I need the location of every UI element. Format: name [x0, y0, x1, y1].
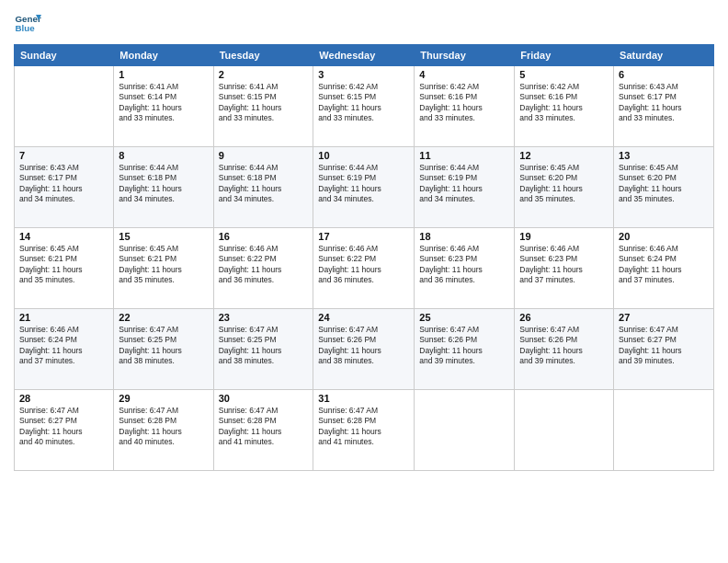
day-cell: 20Sunrise: 6:46 AM Sunset: 6:24 PM Dayli… [614, 228, 714, 309]
day-info: Sunrise: 6:47 AM Sunset: 6:26 PM Dayligh… [419, 325, 509, 367]
day-info: Sunrise: 6:46 AM Sunset: 6:24 PM Dayligh… [19, 325, 108, 367]
day-cell [614, 390, 714, 471]
day-info: Sunrise: 6:43 AM Sunset: 6:17 PM Dayligh… [619, 82, 709, 124]
day-number: 3 [318, 69, 409, 80]
day-cell: 15Sunrise: 6:45 AM Sunset: 6:21 PM Dayli… [114, 228, 213, 309]
day-cell [415, 390, 515, 471]
day-info: Sunrise: 6:44 AM Sunset: 6:18 PM Dayligh… [219, 163, 309, 205]
day-info: Sunrise: 6:47 AM Sunset: 6:26 PM Dayligh… [519, 325, 609, 367]
day-cell [515, 390, 614, 471]
day-cell: 30Sunrise: 6:47 AM Sunset: 6:28 PM Dayli… [213, 390, 313, 471]
week-row-1: 1Sunrise: 6:41 AM Sunset: 6:14 PM Daylig… [15, 66, 714, 147]
header-day-friday: Friday [515, 45, 614, 66]
day-info: Sunrise: 6:42 AM Sunset: 6:16 PM Dayligh… [419, 82, 509, 124]
week-row-5: 28Sunrise: 6:47 AM Sunset: 6:27 PM Dayli… [15, 390, 714, 471]
svg-text:Blue: Blue [16, 23, 36, 33]
day-number: 27 [619, 312, 709, 323]
day-cell: 23Sunrise: 6:47 AM Sunset: 6:25 PM Dayli… [213, 309, 313, 390]
day-cell: 21Sunrise: 6:46 AM Sunset: 6:24 PM Dayli… [15, 309, 114, 390]
header-day-saturday: Saturday [614, 45, 714, 66]
day-cell: 26Sunrise: 6:47 AM Sunset: 6:26 PM Dayli… [515, 309, 614, 390]
logo: General Blue [14, 9, 41, 37]
day-cell: 4Sunrise: 6:42 AM Sunset: 6:16 PM Daylig… [415, 66, 515, 147]
day-number: 7 [19, 150, 108, 161]
day-cell: 16Sunrise: 6:46 AM Sunset: 6:22 PM Dayli… [213, 228, 313, 309]
header-day-sunday: Sunday [15, 45, 114, 66]
day-number: 30 [219, 393, 309, 404]
day-info: Sunrise: 6:46 AM Sunset: 6:22 PM Dayligh… [219, 244, 309, 286]
day-number: 19 [519, 231, 609, 242]
day-number: 9 [219, 150, 309, 161]
day-number: 26 [519, 312, 609, 323]
header-day-wednesday: Wednesday [313, 45, 415, 66]
day-cell: 11Sunrise: 6:44 AM Sunset: 6:19 PM Dayli… [415, 147, 515, 228]
day-info: Sunrise: 6:47 AM Sunset: 6:25 PM Dayligh… [119, 325, 208, 367]
calendar-table: SundayMondayTuesdayWednesdayThursdayFrid… [14, 44, 714, 471]
day-info: Sunrise: 6:46 AM Sunset: 6:23 PM Dayligh… [519, 244, 609, 286]
day-cell: 27Sunrise: 6:47 AM Sunset: 6:27 PM Dayli… [614, 309, 714, 390]
day-cell: 8Sunrise: 6:44 AM Sunset: 6:18 PM Daylig… [114, 147, 213, 228]
day-info: Sunrise: 6:47 AM Sunset: 6:28 PM Dayligh… [318, 406, 409, 448]
day-cell: 19Sunrise: 6:46 AM Sunset: 6:23 PM Dayli… [515, 228, 614, 309]
day-number: 2 [219, 69, 309, 80]
day-cell: 29Sunrise: 6:47 AM Sunset: 6:28 PM Dayli… [114, 390, 213, 471]
day-cell: 7Sunrise: 6:43 AM Sunset: 6:17 PM Daylig… [15, 147, 114, 228]
week-row-4: 21Sunrise: 6:46 AM Sunset: 6:24 PM Dayli… [15, 309, 714, 390]
day-number: 1 [119, 69, 208, 80]
day-info: Sunrise: 6:44 AM Sunset: 6:19 PM Dayligh… [419, 163, 509, 205]
day-info: Sunrise: 6:41 AM Sunset: 6:15 PM Dayligh… [219, 82, 309, 124]
header: General Blue [14, 9, 714, 37]
day-info: Sunrise: 6:47 AM Sunset: 6:26 PM Dayligh… [318, 325, 409, 367]
day-number: 14 [19, 231, 108, 242]
day-cell: 17Sunrise: 6:46 AM Sunset: 6:22 PM Dayli… [313, 228, 415, 309]
header-day-thursday: Thursday [415, 45, 515, 66]
day-number: 20 [619, 231, 709, 242]
day-info: Sunrise: 6:47 AM Sunset: 6:25 PM Dayligh… [219, 325, 309, 367]
day-cell: 5Sunrise: 6:42 AM Sunset: 6:16 PM Daylig… [515, 66, 614, 147]
day-info: Sunrise: 6:42 AM Sunset: 6:15 PM Dayligh… [318, 82, 409, 124]
day-number: 21 [19, 312, 108, 323]
logo-icon: General Blue [14, 9, 41, 37]
day-number: 24 [318, 312, 409, 323]
day-number: 8 [119, 150, 208, 161]
day-number: 29 [119, 393, 208, 404]
week-row-2: 7Sunrise: 6:43 AM Sunset: 6:17 PM Daylig… [15, 147, 714, 228]
day-info: Sunrise: 6:44 AM Sunset: 6:18 PM Dayligh… [119, 163, 208, 205]
day-number: 12 [519, 150, 609, 161]
day-cell [15, 66, 114, 147]
day-cell: 18Sunrise: 6:46 AM Sunset: 6:23 PM Dayli… [415, 228, 515, 309]
day-info: Sunrise: 6:45 AM Sunset: 6:20 PM Dayligh… [519, 163, 609, 205]
day-cell: 3Sunrise: 6:42 AM Sunset: 6:15 PM Daylig… [313, 66, 415, 147]
day-cell: 9Sunrise: 6:44 AM Sunset: 6:18 PM Daylig… [213, 147, 313, 228]
day-info: Sunrise: 6:44 AM Sunset: 6:19 PM Dayligh… [318, 163, 409, 205]
day-info: Sunrise: 6:46 AM Sunset: 6:23 PM Dayligh… [419, 244, 509, 286]
day-cell: 6Sunrise: 6:43 AM Sunset: 6:17 PM Daylig… [614, 66, 714, 147]
day-number: 16 [219, 231, 309, 242]
day-info: Sunrise: 6:45 AM Sunset: 6:21 PM Dayligh… [119, 244, 208, 286]
day-cell: 22Sunrise: 6:47 AM Sunset: 6:25 PM Dayli… [114, 309, 213, 390]
day-number: 22 [119, 312, 208, 323]
day-number: 31 [318, 393, 409, 404]
day-number: 13 [619, 150, 709, 161]
day-number: 28 [19, 393, 108, 404]
header-day-monday: Monday [114, 45, 213, 66]
day-info: Sunrise: 6:46 AM Sunset: 6:24 PM Dayligh… [619, 244, 709, 286]
day-info: Sunrise: 6:43 AM Sunset: 6:17 PM Dayligh… [19, 163, 108, 205]
day-cell: 1Sunrise: 6:41 AM Sunset: 6:14 PM Daylig… [114, 66, 213, 147]
day-number: 23 [219, 312, 309, 323]
day-info: Sunrise: 6:47 AM Sunset: 6:27 PM Dayligh… [619, 325, 709, 367]
day-number: 15 [119, 231, 208, 242]
day-number: 4 [419, 69, 509, 80]
week-row-3: 14Sunrise: 6:45 AM Sunset: 6:21 PM Dayli… [15, 228, 714, 309]
day-info: Sunrise: 6:45 AM Sunset: 6:20 PM Dayligh… [619, 163, 709, 205]
day-cell: 25Sunrise: 6:47 AM Sunset: 6:26 PM Dayli… [415, 309, 515, 390]
header-row: SundayMondayTuesdayWednesdayThursdayFrid… [15, 45, 714, 66]
day-number: 5 [519, 69, 609, 80]
day-cell: 14Sunrise: 6:45 AM Sunset: 6:21 PM Dayli… [15, 228, 114, 309]
day-number: 17 [318, 231, 409, 242]
day-info: Sunrise: 6:47 AM Sunset: 6:28 PM Dayligh… [219, 406, 309, 448]
day-cell: 12Sunrise: 6:45 AM Sunset: 6:20 PM Dayli… [515, 147, 614, 228]
day-info: Sunrise: 6:47 AM Sunset: 6:28 PM Dayligh… [119, 406, 208, 448]
day-info: Sunrise: 6:45 AM Sunset: 6:21 PM Dayligh… [19, 244, 108, 286]
day-number: 25 [419, 312, 509, 323]
